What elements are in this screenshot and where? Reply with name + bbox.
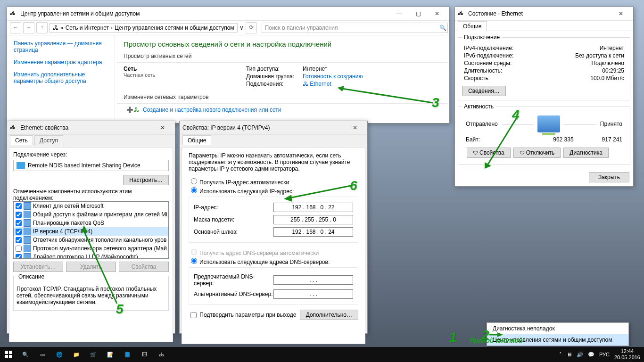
taskbar-app[interactable]: 🛒 (85, 347, 102, 362)
close-button[interactable]: ✕ (346, 122, 364, 134)
tab-network[interactable]: Сеть (10, 135, 33, 145)
minimize-button[interactable]: — (390, 8, 409, 20)
breadcrumb[interactable]: 🖧 « Сеть и Интернет › Центр управления с… (50, 23, 238, 33)
ethernet-properties-window: 🖧 Ethernet: свойства ✕ Сеть Доступ Подкл… (7, 121, 175, 334)
disable-button[interactable]: Отключить (513, 148, 561, 158)
close-button[interactable]: Закрыть (589, 172, 629, 182)
description-box: Описание Протокол TCP/IP. Стандартный пр… (13, 276, 169, 311)
connection-ethernet-link[interactable]: 🖧 Ethernet (303, 81, 363, 87)
search-icon[interactable]: 🔍 (17, 347, 34, 362)
item-checkbox[interactable] (16, 229, 22, 235)
validate-checkbox[interactable] (190, 312, 197, 318)
ip-address-input[interactable]: 192 . 168 . 0 . 22 (273, 203, 353, 212)
titlebar[interactable]: 🖧 Центр управления сетями и общим доступ… (7, 7, 449, 21)
crumb-2[interactable]: Центр управления сетями и общим доступом (115, 25, 234, 31)
titlebar[interactable]: Свойства: IP версии 4 (TCP/IPv4) ✕ (180, 121, 367, 135)
item-checkbox[interactable] (16, 254, 22, 259)
tray-language[interactable]: РУС (599, 352, 610, 357)
sidebar-sharing[interactable]: Изменить дополнительные параметры общего… (14, 71, 108, 84)
radio-manual-ip[interactable] (191, 187, 197, 193)
nic-icon (17, 162, 25, 169)
sidebar-home[interactable]: Панель управления — домашняя страница (14, 40, 108, 53)
component-icon (24, 211, 31, 218)
search-input[interactable]: Поиск в панели управления (262, 23, 448, 33)
forward-button[interactable]: → (23, 22, 34, 33)
computers-icon (537, 115, 560, 132)
list-item-selected[interactable]: IP версии 4 (TCP/IPv4) (14, 227, 168, 236)
step-3: 3 (432, 95, 439, 110)
taskbar-app[interactable]: 🎞 (136, 347, 153, 362)
advanced-button[interactable]: Дополнительно… (300, 310, 358, 320)
step-6: 6 (350, 178, 357, 193)
item-checkbox[interactable] (16, 237, 22, 243)
tab-general[interactable]: Общие (182, 135, 211, 145)
tray-clock[interactable]: 12:44 20.05.2016 (614, 348, 640, 361)
install-button[interactable]: Установить… (13, 262, 63, 272)
tray-notifications-icon[interactable]: 💬 (588, 352, 594, 358)
subnet-mask-input[interactable]: 255 . 255 . 255 . 0 (273, 215, 353, 224)
gateway-input[interactable]: 192 . 168 . 0 . 24 (273, 227, 353, 237)
close-button[interactable]: ✕ (153, 122, 172, 134)
taskview-icon[interactable]: ▭ (34, 347, 51, 362)
start-button[interactable] (0, 347, 17, 362)
tray-volume-icon[interactable]: 🔊 (577, 352, 583, 358)
description-legend: Описание (17, 273, 46, 280)
item-checkbox[interactable] (16, 246, 22, 252)
hint-right-click: Правой кнопкой (470, 337, 522, 344)
component-icon (24, 202, 31, 210)
radio-auto-ip[interactable] (191, 178, 197, 184)
list-item[interactable]: Ответчик обнаружения топологии канальног… (14, 236, 168, 244)
tray-chevron-icon[interactable]: ˄ (559, 352, 562, 358)
maximize-button[interactable]: ▢ (409, 8, 428, 20)
list-item[interactable]: Протокол мультиплексора сетевого адаптер… (14, 244, 168, 253)
close-button[interactable]: ✕ (611, 8, 630, 20)
intro-text: Параметры IP можно назначать автоматичес… (189, 152, 358, 172)
tab-access[interactable]: Доступ (34, 135, 63, 145)
sidebar-adapter[interactable]: Изменение параметров адаптера (14, 59, 108, 66)
taskbar-app[interactable]: 🖧 (153, 347, 170, 362)
mask-label: Маска подсети: (194, 216, 273, 223)
radio-manual-dns[interactable] (191, 258, 197, 264)
taskbar-app[interactable]: 🌐 (51, 347, 68, 362)
components-list[interactable]: Клиент для сетей Microsoft Общий доступ … (13, 201, 169, 259)
remove-button[interactable]: Удалить (66, 262, 116, 272)
window-title: Свойства: IP версии 4 (TCP/IPv4) (182, 124, 270, 131)
svg-rect-12 (5, 351, 8, 354)
taskbar-app[interactable]: 📘 (119, 347, 136, 362)
taskbar-app[interactable]: 📁 (68, 347, 85, 362)
menu-troubleshoot[interactable]: Диагностика неполадок (487, 323, 628, 334)
details-button[interactable]: Сведения… (462, 86, 506, 96)
list-item[interactable]: Клиент для сетей Microsoft (14, 202, 168, 210)
titlebar[interactable]: 🖧 Состояние - Ethernet ✕ (455, 7, 633, 21)
item-checkbox[interactable] (16, 220, 22, 226)
alternate-dns-input[interactable]: . . . (273, 289, 353, 299)
tray-network-icon[interactable]: 🖥 (567, 352, 572, 357)
homegroup-link[interactable]: Готовность к созданию (303, 73, 363, 80)
adapter-name: Remote NDIS based Internet Sharing Devic… (28, 162, 140, 169)
diagnostics-button[interactable]: Диагностика (563, 148, 609, 158)
configure-button[interactable]: Настроить… (123, 175, 169, 185)
system-tray: ˄ 🖥 🔊 💬 РУС 12:44 20.05.2016 (559, 348, 644, 361)
close-button[interactable]: ✕ (428, 8, 446, 20)
up-button[interactable]: ↑ (36, 22, 48, 33)
network-type: Частная сеть (124, 72, 246, 78)
properties-button[interactable]: Свойства (467, 148, 511, 158)
item-properties-button[interactable]: Свойства (119, 262, 169, 272)
item-checkbox[interactable] (16, 203, 22, 209)
refresh-button[interactable]: ⟳ (246, 22, 257, 33)
network-name: Сеть (124, 66, 246, 72)
tab-general[interactable]: Общие (458, 21, 487, 31)
taskbar-app[interactable]: 📝 (102, 347, 119, 362)
new-connection-link[interactable]: Создание и настройка нового подключения … (143, 107, 281, 113)
crumb-1[interactable]: Сеть и Интернет (66, 25, 109, 31)
list-item[interactable]: Планировщик пакетов QoS (14, 219, 168, 227)
titlebar[interactable]: 🖧 Ethernet: свойства ✕ (7, 121, 175, 135)
item-checkbox[interactable] (16, 212, 22, 218)
preferred-dns-input[interactable]: . . . (273, 275, 353, 285)
search-icon: 🔍 (439, 25, 446, 31)
speed-label: Скорость: (464, 75, 490, 82)
list-item[interactable]: Общий доступ к файлам и принтерам для се… (14, 210, 168, 219)
back-button[interactable]: ← (10, 22, 21, 33)
list-item[interactable]: Драйвер протокола LLDP (Майкрософт) (14, 253, 168, 259)
media-value: Подключено (592, 60, 624, 66)
